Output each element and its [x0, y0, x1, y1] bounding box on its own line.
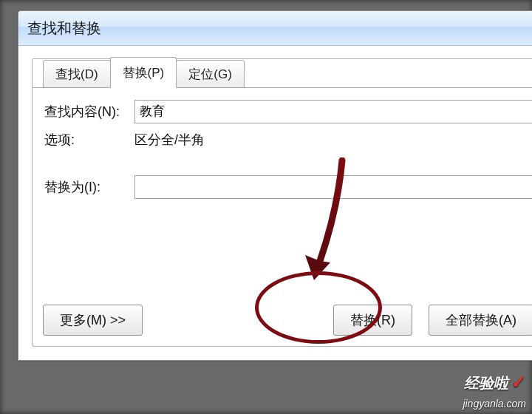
tab-find[interactable]: 查找(D) [43, 60, 111, 88]
replace-all-button[interactable]: 全部替换(A) [429, 305, 532, 336]
more-button-label: 更多(M) >> [60, 313, 126, 328]
dialog-titlebar[interactable]: 查找和替换 [18, 11, 532, 46]
options-value: 区分全/半角 [134, 131, 205, 149]
find-replace-dialog: 查找和替换 查找(D) 替换(P) 定位(G) 查找内容(N): 教育 选项: … [18, 10, 532, 361]
replace-all-button-label: 全部替换(A) [446, 313, 516, 328]
more-button[interactable]: 更多(M) >> [43, 305, 143, 336]
tab-replace-label: 替换(P) [123, 66, 165, 80]
find-what-value: 教育 [140, 104, 165, 118]
dialog-title: 查找和替换 [27, 18, 101, 38]
find-what-label: 查找内容(N): [44, 103, 134, 121]
tab-goto-label: 定位(G) [188, 67, 232, 81]
replace-button[interactable]: 替换(R) [333, 305, 412, 336]
watermark-brand: 经验啦✓ [464, 372, 526, 393]
options-label: 选项: [44, 131, 134, 149]
tab-goto[interactable]: 定位(G) [176, 60, 245, 88]
watermark-url: jingyanla.com [463, 398, 526, 410]
replace-with-label: 替换为(I): [44, 178, 134, 196]
tab-find-label: 查找(D) [55, 67, 98, 81]
checkmark-icon: ✓ [511, 372, 526, 392]
find-what-input[interactable]: 教育 [134, 100, 532, 123]
tab-replace[interactable]: 替换(P) [110, 57, 177, 88]
replace-with-input[interactable] [134, 175, 532, 199]
tab-strip: 查找(D) 替换(P) 定位(G) [43, 58, 244, 87]
dialog-inner-panel: 查找(D) 替换(P) 定位(G) 查找内容(N): 教育 选项: 区分全/半角… [32, 58, 532, 347]
replace-button-label: 替换(R) [350, 313, 395, 328]
